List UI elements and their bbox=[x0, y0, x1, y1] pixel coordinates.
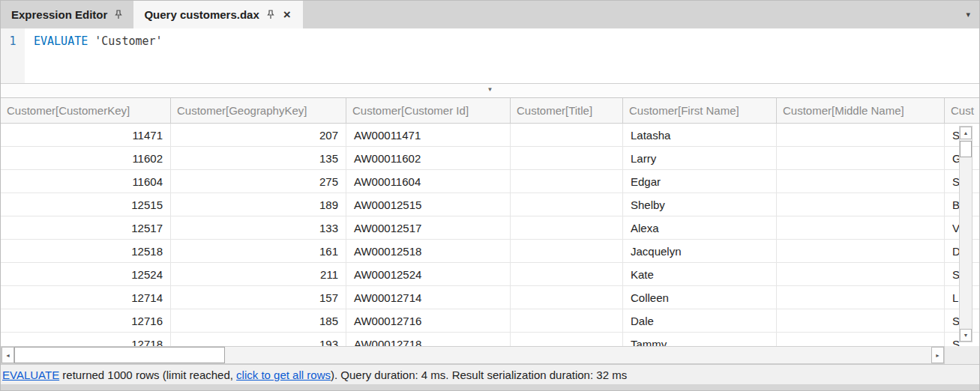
grid-cell: Larry bbox=[623, 147, 777, 169]
code-area[interactable]: EVALUATE 'Customer' bbox=[25, 28, 979, 83]
splitter-handle[interactable]: ▼ bbox=[1, 84, 979, 97]
grid-cell: 12716 bbox=[1, 309, 171, 332]
column-header[interactable]: Cust bbox=[945, 98, 979, 123]
grid-cell: 157 bbox=[171, 286, 346, 309]
grid-cell: 189 bbox=[171, 193, 346, 216]
string-token: 'Customer' bbox=[88, 34, 162, 48]
grid-cell: Jacquelyn bbox=[623, 240, 777, 262]
grid-cell: Kate bbox=[623, 263, 777, 285]
tab-expression-editor[interactable]: Expression Editor bbox=[1, 1, 133, 28]
grid-cell bbox=[777, 309, 945, 332]
grid-cell: AW00012515 bbox=[346, 193, 511, 216]
results-grid: Customer[CustomerKey]Customer[GeographyK… bbox=[1, 97, 979, 346]
table-row[interactable]: 12515189AW00012515ShelbyB bbox=[1, 193, 979, 216]
grid-cell: AW00012518 bbox=[346, 240, 511, 262]
column-header[interactable]: Customer[Customer Id] bbox=[346, 98, 511, 123]
table-row[interactable]: 12524211AW00012524KateS bbox=[1, 263, 979, 286]
grid-cell: 11471 bbox=[1, 124, 171, 146]
horizontal-scrollbar-track[interactable] bbox=[225, 347, 931, 363]
grid-cell bbox=[777, 333, 945, 346]
column-header[interactable]: Customer[CustomerKey] bbox=[1, 98, 171, 123]
table-row[interactable]: 12716185AW00012716DaleS bbox=[1, 309, 979, 333]
horizontal-scrollbar-thumb[interactable] bbox=[14, 347, 225, 363]
grid-cell: 12718 bbox=[1, 333, 171, 346]
dax-query-window: Expression Editor Query customers.dax × … bbox=[0, 0, 980, 391]
grid-cell bbox=[511, 309, 623, 332]
column-header[interactable]: Customer[First Name] bbox=[623, 98, 777, 123]
grid-cell: AW00012716 bbox=[346, 309, 511, 332]
grid-cell: Shelby bbox=[623, 193, 777, 216]
grid-cell: 185 bbox=[171, 309, 346, 332]
column-header[interactable]: Customer[GeographyKey] bbox=[171, 98, 346, 123]
grid-cell bbox=[777, 216, 945, 239]
grid-cell: 133 bbox=[171, 216, 346, 239]
status-bar: EVALUATE returned 1000 rows (limit reach… bbox=[1, 364, 979, 384]
table-row[interactable]: 11602135AW00011602LarryG bbox=[1, 147, 979, 170]
column-header[interactable]: Customer[Middle Name] bbox=[777, 98, 945, 123]
column-header[interactable]: Customer[Title] bbox=[511, 98, 623, 123]
vertical-scrollbar[interactable]: ▲ ▼ bbox=[959, 126, 973, 342]
grid-cell: 12524 bbox=[1, 263, 171, 285]
grid-cell: 12518 bbox=[1, 240, 171, 262]
pin-icon[interactable] bbox=[114, 10, 123, 19]
tab-label: Expression Editor bbox=[11, 8, 107, 21]
grid-cell: AW00011604 bbox=[346, 170, 511, 193]
close-icon[interactable]: × bbox=[282, 8, 292, 21]
grid-cell: Latasha bbox=[623, 124, 777, 146]
collapse-arrow-icon[interactable]: ▼ bbox=[487, 86, 493, 93]
grid-cell: 211 bbox=[171, 263, 346, 285]
grid-cell: AW00012718 bbox=[346, 333, 511, 346]
grid-cell: 193 bbox=[171, 333, 346, 346]
grid-cell: Alexa bbox=[623, 216, 777, 239]
grid-cell: 275 bbox=[171, 170, 346, 193]
grid-cell bbox=[777, 286, 945, 309]
grid-cell bbox=[777, 263, 945, 285]
scroll-left-arrow[interactable]: ◄ bbox=[1, 347, 14, 363]
horizontal-scrollbar[interactable]: ◄ ► bbox=[1, 346, 945, 364]
rows-container: 11471207AW00011471LatashaS11602135AW0001… bbox=[1, 124, 979, 346]
tab-query-customers-dax[interactable]: Query customers.dax × bbox=[133, 1, 302, 28]
table-row[interactable]: 12517133AW00012517AlexaV bbox=[1, 216, 979, 240]
grid-body: 11471207AW00011471LatashaS11602135AW0001… bbox=[1, 124, 979, 346]
bottom-edge-strip bbox=[1, 384, 979, 390]
grid-cell bbox=[511, 147, 623, 169]
grid-cell: AW00011602 bbox=[346, 147, 511, 169]
line-number: 1 bbox=[9, 34, 16, 48]
status-text: ). Query duration: 4 ms. Result serializ… bbox=[331, 369, 627, 381]
scrollbar-corner bbox=[945, 346, 979, 364]
grid-cell: 135 bbox=[171, 147, 346, 169]
grid-cell bbox=[511, 333, 623, 346]
scroll-right-arrow[interactable]: ► bbox=[931, 347, 944, 363]
grid-cell: 12515 bbox=[1, 193, 171, 216]
evaluate-link[interactable]: EVALUATE bbox=[2, 369, 59, 381]
table-row[interactable]: 11604275AW00011604EdgarS bbox=[1, 170, 979, 193]
grid-cell bbox=[511, 263, 623, 285]
grid-cell bbox=[777, 193, 945, 216]
table-row[interactable]: 12518161AW00012518JacquelynD bbox=[1, 240, 979, 263]
get-all-rows-link[interactable]: click to get all rows bbox=[236, 369, 331, 381]
status-text: returned 1000 rows (limit reached, bbox=[59, 369, 236, 381]
table-row[interactable]: 11471207AW00011471LatashaS bbox=[1, 124, 979, 147]
line-number-gutter: 1 bbox=[1, 28, 25, 83]
code-editor[interactable]: 1 EVALUATE 'Customer' bbox=[1, 28, 979, 84]
horizontal-scrollbar-row: ◄ ► bbox=[1, 346, 979, 364]
vertical-scrollbar-thumb[interactable] bbox=[960, 141, 972, 157]
grid-cell bbox=[511, 170, 623, 193]
grid-cell: 12517 bbox=[1, 216, 171, 239]
tab-label: Query customers.dax bbox=[144, 8, 259, 21]
grid-cell: AW00012517 bbox=[346, 216, 511, 239]
grid-cell bbox=[511, 124, 623, 146]
vertical-scrollbar-track[interactable] bbox=[960, 157, 972, 329]
grid-cell bbox=[777, 124, 945, 146]
grid-cell: 207 bbox=[171, 124, 346, 146]
scroll-down-arrow[interactable]: ▼ bbox=[960, 329, 972, 342]
chevron-down-icon[interactable]: ▾ bbox=[957, 10, 979, 19]
pin-icon[interactable] bbox=[266, 10, 275, 19]
grid-cell: Dale bbox=[623, 309, 777, 332]
scroll-up-arrow[interactable]: ▲ bbox=[960, 127, 972, 139]
table-row[interactable]: 12714157AW00012714ColleenL bbox=[1, 286, 979, 309]
grid-cell: AW00012524 bbox=[346, 263, 511, 285]
tab-bar: Expression Editor Query customers.dax × … bbox=[1, 1, 979, 28]
table-row[interactable]: 12718193AW00012718TammyS bbox=[1, 333, 979, 346]
grid-cell: Colleen bbox=[623, 286, 777, 309]
